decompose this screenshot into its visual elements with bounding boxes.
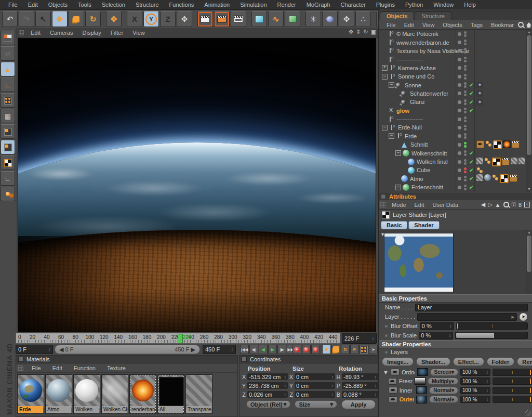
stepper-arrows-icon[interactable]: ↕ — [372, 336, 375, 341]
enabled-check-icon[interactable]: ✔ — [469, 99, 473, 105]
tree-row[interactable]: −Wolkenschnitt✔ — [379, 149, 532, 157]
resize-grip[interactable] — [525, 410, 531, 416]
menu-window[interactable]: Window — [428, 2, 459, 8]
layer-dot[interactable] — [458, 151, 461, 155]
edges-mode-button[interactable]: ▦ — [1, 109, 15, 123]
visibility-dots[interactable] — [464, 167, 467, 173]
scroll-down-icon[interactable]: ▼ — [526, 187, 532, 192]
compass-tag-icon[interactable]: ✦ — [476, 99, 483, 106]
expand-icon[interactable]: + — [382, 65, 388, 71]
add-spline-menu[interactable]: ∿ — [268, 11, 284, 27]
stepper-arrows-icon[interactable]: ↕ — [284, 392, 287, 397]
add-metaball-menu[interactable] — [322, 11, 338, 27]
collapse-icon[interactable]: − — [382, 74, 388, 80]
enabled-check-icon[interactable]: ✔ — [469, 90, 473, 96]
stepper-arrows-icon[interactable]: ↕ — [486, 379, 489, 384]
tree-scrollbar[interactable]: ▲ ▼ — [526, 30, 532, 192]
visibility-dots[interactable] — [464, 133, 467, 139]
object-mode-button[interactable] — [1, 140, 15, 154]
tree-row[interactable]: −Erdenschnitt✔ — [379, 183, 532, 191]
checker-tag-icon[interactable] — [492, 158, 501, 166]
scroll-up-icon[interactable]: ▲ — [526, 30, 532, 35]
slider-handle[interactable] — [530, 397, 531, 402]
menu-help[interactable]: Help — [459, 2, 481, 8]
play-backwards-button[interactable]: ◀ — [259, 345, 268, 354]
stepper-arrows-icon[interactable]: ↕ — [375, 383, 377, 388]
current-frame-field[interactable]: 226 F ↕ — [342, 333, 377, 344]
stepper-arrows-icon[interactable]: ↕ — [331, 392, 334, 397]
dots-tag-icon[interactable] — [484, 158, 491, 164]
range-start-field[interactable]: 0 F ↕ — [16, 345, 53, 354]
menu-selection[interactable]: Selection — [97, 2, 130, 8]
animation-dot-icon[interactable] — [385, 334, 388, 337]
layer-dot[interactable] — [458, 134, 461, 138]
coord-field-y-position[interactable]: 236.738 cm↕ — [247, 382, 288, 389]
visibility-dots[interactable] — [464, 159, 467, 165]
menu-objects[interactable]: Objects — [43, 2, 73, 8]
collapse-icon[interactable]: − — [395, 150, 401, 156]
coord-field-h-rotation[interactable]: -89.93 °↕ — [342, 373, 378, 380]
om-menu-view[interactable]: View — [418, 22, 439, 28]
material-item[interactable]: renderbaro — [129, 374, 156, 414]
stepper-arrows-icon[interactable]: ↕ — [375, 374, 377, 380]
tree-row[interactable]: −Erde — [379, 132, 532, 140]
visibility-dots[interactable] — [464, 99, 467, 105]
stepper-arrows-icon[interactable]: ↕ — [486, 370, 489, 375]
enabled-check-icon[interactable]: ✔ — [469, 82, 473, 88]
coordinate-system[interactable]: ✥ — [177, 11, 192, 27]
menu-animation[interactable]: Animation — [199, 2, 235, 8]
animation-dot-icon[interactable] — [385, 325, 388, 328]
link-icon[interactable]: 8 — [518, 202, 522, 208]
layer-dot[interactable] — [458, 186, 461, 189]
tree-row[interactable]: +Kamera-Achse — [379, 64, 532, 72]
enabled-check-icon[interactable]: ✔ — [469, 185, 473, 190]
sphere-tag-icon[interactable] — [484, 174, 491, 181]
tree-row[interactable]: Atmo✔ — [379, 175, 532, 183]
slider-handle[interactable] — [530, 370, 531, 375]
history-back-icon[interactable]: ◀ — [481, 201, 485, 208]
visibility-dots[interactable] — [464, 176, 467, 181]
layer-opacity-slider[interactable] — [493, 377, 532, 385]
enabled-check-icon[interactable]: ✔ — [469, 159, 473, 165]
next-key-button[interactable]: |▶ — [277, 345, 286, 354]
tree-row[interactable]: Glanz✔✦ — [379, 98, 532, 106]
tree-row[interactable]: −Sonne und Co — [379, 72, 532, 81]
timeline-ruler[interactable]: 0204060801001201401601802002202402602803… — [16, 333, 340, 344]
viewport-menu-display[interactable]: Display — [78, 30, 106, 36]
layer-visibility-icon[interactable] — [389, 387, 397, 394]
attribute-tab-shader[interactable]: Shader — [408, 221, 439, 229]
enabled-check-icon[interactable]: ✔ — [469, 176, 473, 181]
shader-layer-row[interactable]: InnerNormal▾100 %↕ — [379, 386, 532, 395]
viewport-canvas[interactable] — [18, 38, 376, 332]
coord-field-y-size[interactable]: 0 cm↕ — [295, 382, 335, 389]
layer-thumbnail[interactable] — [415, 377, 425, 385]
layer-thumbnail[interactable] — [416, 396, 427, 403]
tab-objects[interactable]: Objects — [380, 11, 414, 20]
lock-icon[interactable]: ⚿ — [512, 201, 516, 208]
layer-opacity-slider[interactable] — [493, 387, 532, 394]
parent-icon[interactable]: ▲ — [495, 202, 501, 208]
compass-tag-icon[interactable]: ✦ — [476, 82, 483, 88]
folder-button[interactable]: Folder — [487, 357, 515, 366]
layer-dot[interactable] — [458, 143, 461, 147]
blur-scale-field[interactable]: 0 % ↕ — [419, 332, 453, 340]
apply-button[interactable]: Apply — [341, 400, 376, 409]
render-settings-button[interactable] — [231, 11, 246, 27]
striped-tag-icon[interactable] — [511, 158, 517, 164]
layer-dot[interactable] — [458, 32, 461, 36]
coord-field-b-rotation[interactable]: 0.088 °↕ — [342, 391, 378, 398]
dots-tag-icon[interactable] — [485, 140, 492, 147]
visibility-dots[interactable] — [464, 90, 467, 96]
slider-handle[interactable] — [530, 388, 531, 393]
layer-dot[interactable] — [458, 92, 461, 95]
texture-axis-mode-button[interactable]: ∟ — [1, 171, 15, 186]
menu-functions[interactable]: Functions — [164, 2, 200, 8]
keyframe-position-toggle[interactable]: ✥ — [322, 345, 331, 354]
om-menu-edit[interactable]: Edit — [400, 22, 418, 28]
panel-grip[interactable] — [380, 202, 385, 207]
striped-tag-icon[interactable] — [518, 158, 525, 164]
om-menu-bookmar[interactable]: Bookmar — [487, 22, 518, 28]
coord-field-z-position[interactable]: 0.026 cm↕ — [247, 391, 288, 398]
slider-handle[interactable] — [530, 379, 531, 384]
last-used-tool[interactable]: ✥ — [106, 11, 122, 27]
